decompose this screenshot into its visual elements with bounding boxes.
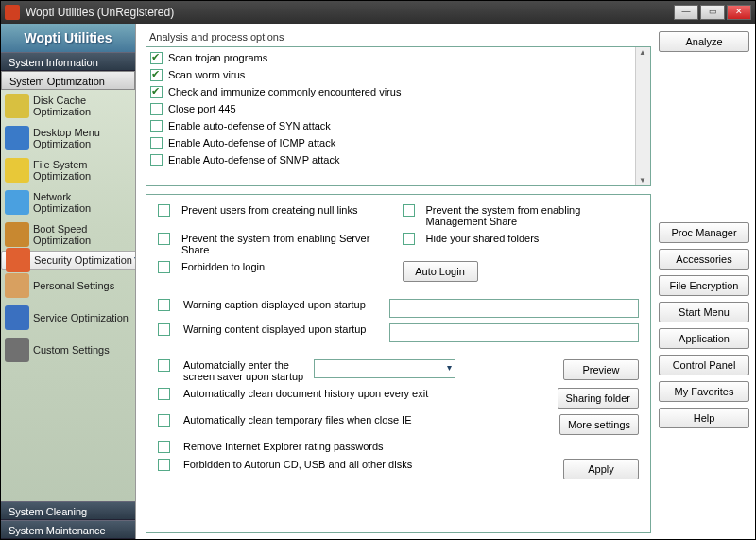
control-panel-button[interactable]: Control Panel	[659, 355, 749, 375]
nav-label: Security Optimization	[34, 254, 132, 266]
sidebar-item-custom-settings[interactable]: Custom Settings	[1, 334, 135, 366]
maximize-button[interactable]: ▭	[700, 5, 725, 20]
sidebar-item-security-optimization[interactable]: Security Optimization	[1, 251, 135, 270]
sidebar-item-file-system-optimization[interactable]: File System Optimization	[1, 154, 135, 186]
scan-options-listbox: Scan trojan programsScan worm virusCheck…	[146, 46, 651, 186]
scan-option-label: Enable auto-defense of SYN attack	[168, 120, 331, 131]
nav-list: Disk Cache OptimizationDesktop Menu Opti…	[1, 90, 135, 501]
scan-option-row[interactable]: Check and immunize commonly encountered …	[150, 83, 631, 100]
chk-prevent-null-links[interactable]	[158, 204, 170, 217]
lbl-remove-ie-passwords: Remove Internet Explorer rating password…	[183, 441, 639, 452]
sidebar-item-desktop-menu-optimization[interactable]: Desktop Menu Optimization	[1, 122, 135, 154]
window-title: Wopti Utilities (UnRegistered)	[26, 6, 674, 19]
nav-label: Network Optimization	[33, 191, 131, 214]
scan-option-row[interactable]: Enable auto-defense of SYN attack	[150, 117, 631, 134]
nav-header-optimization[interactable]: System Optimization	[1, 71, 135, 90]
lbl-prevent-mgmt-share: Prevent the system from enabling Managem…	[426, 204, 640, 227]
scrollbar[interactable]	[635, 47, 650, 185]
lbl-prevent-null-links: Prevent users from createing null links	[181, 204, 357, 216]
client-area: Wopti Utilities System Information Syste…	[1, 24, 755, 539]
my-favorites-button[interactable]: My Favorites	[659, 381, 749, 402]
right-column: Analyze Proc Manager Accessories File En…	[659, 29, 749, 533]
chk-prevent-server-share[interactable]	[158, 233, 170, 245]
accessories-button[interactable]: Accessories	[659, 249, 749, 270]
start-menu-button[interactable]: Start Menu	[659, 302, 749, 322]
scan-option-row[interactable]: Scan worm virus	[150, 66, 631, 83]
application-button[interactable]: Application	[659, 328, 749, 349]
scan-option-checkbox[interactable]	[150, 52, 163, 64]
scan-option-checkbox[interactable]	[150, 86, 163, 98]
scan-options-inner[interactable]: Scan trojan programsScan worm virusCheck…	[146, 47, 635, 185]
titlebar[interactable]: Wopti Utilities (UnRegistered) — ▭ ✕	[1, 1, 755, 24]
nav-label: File System Optimization	[33, 159, 131, 182]
content-area: Analysis and process options Scan trojan…	[136, 24, 755, 539]
nav-label: Disk Cache Optimization	[33, 95, 131, 117]
sharing-folder-button[interactable]: Sharing folder	[558, 388, 640, 409]
chk-auto-screensaver[interactable]	[158, 359, 170, 372]
chk-forbid-login[interactable]	[158, 261, 170, 273]
chk-remove-ie-passwords[interactable]	[158, 441, 170, 453]
preview-button[interactable]: Preview	[563, 359, 639, 380]
scan-option-row[interactable]: Enable Auto-defense of ICMP attack	[150, 134, 631, 151]
chk-hide-shared[interactable]	[403, 233, 415, 245]
nav-header-cleaning[interactable]: System Cleaning	[1, 501, 135, 520]
scan-option-checkbox[interactable]	[150, 137, 163, 149]
scan-option-label: Check and immunize commonly encountered …	[168, 86, 401, 97]
chk-warn-content[interactable]	[158, 323, 170, 336]
lbl-forbid-autorun: Forbidden to Autorun CD, USB and all oth…	[183, 459, 556, 470]
nav-icon	[5, 94, 29, 118]
nav-label: Custom Settings	[33, 344, 110, 356]
scan-option-checkbox[interactable]	[150, 69, 163, 81]
input-warn-caption[interactable]	[389, 299, 639, 318]
scan-option-row[interactable]: Scan trojan programs	[150, 49, 631, 66]
nav-icon	[5, 222, 29, 247]
chk-clean-temp[interactable]	[158, 414, 170, 427]
scan-option-label: Enable Auto-defense of ICMP attack	[168, 137, 335, 148]
scan-option-label: Close port 445	[168, 103, 236, 114]
section-title: Analysis and process options	[146, 29, 651, 46]
analyze-button[interactable]: Analyze	[659, 31, 749, 52]
chk-forbid-autorun[interactable]	[158, 459, 170, 471]
sidebar-item-personal-settings[interactable]: Personal Settings	[1, 270, 135, 302]
nav-label: Personal Settings	[33, 280, 114, 291]
sidebar-item-disk-cache-optimization[interactable]: Disk Cache Optimization	[1, 90, 135, 122]
select-screensaver[interactable]	[314, 359, 455, 378]
nav-label: Boot Speed Optimization	[33, 223, 131, 246]
scan-option-row[interactable]: Enable Auto-defense of SNMP attack	[150, 151, 631, 168]
apply-button[interactable]: Apply	[563, 459, 639, 479]
lbl-auto-screensaver: Automatcially enter the screen saver upo…	[183, 359, 306, 382]
lbl-clean-doc-history: Automatically clean document history upo…	[183, 388, 550, 399]
auto-login-button[interactable]: Auto Login	[403, 261, 478, 282]
proc-manager-button[interactable]: Proc Manager	[659, 222, 749, 243]
lbl-warn-caption: Warning caption displayed upon startup	[183, 299, 382, 310]
spacer	[659, 58, 749, 217]
scan-option-label: Scan worm virus	[168, 69, 245, 80]
nav-icon	[5, 273, 29, 298]
file-encryption-button[interactable]: File Encryption	[659, 275, 749, 296]
lbl-hide-shared: Hide your shared folders	[426, 233, 540, 244]
chk-warn-caption[interactable]	[158, 299, 170, 311]
input-warn-content[interactable]	[389, 323, 639, 342]
sidebar-item-service-optimization[interactable]: Service Optimization	[1, 302, 135, 334]
help-button[interactable]: Help	[659, 408, 749, 428]
nav-header-info[interactable]: System Information	[1, 52, 135, 71]
scan-option-checkbox[interactable]	[150, 154, 163, 166]
sidebar-item-boot-speed-optimization[interactable]: Boot Speed Optimization	[1, 218, 135, 251]
chk-prevent-mgmt-share[interactable]	[403, 204, 415, 217]
scan-option-checkbox[interactable]	[150, 120, 163, 132]
nav-header-maintenance[interactable]: System Maintenance	[1, 520, 135, 539]
nav-icon	[5, 158, 29, 183]
sidebar-item-network-optimization[interactable]: Network Optimization	[1, 186, 135, 218]
more-settings-button[interactable]: More settings	[559, 414, 639, 435]
nav-icon	[6, 248, 30, 272]
scan-option-row[interactable]: Close port 445	[150, 100, 631, 117]
nav-icon	[5, 338, 29, 362]
minimize-button[interactable]: —	[674, 5, 698, 20]
chk-clean-doc-history[interactable]	[158, 388, 170, 400]
scan-option-checkbox[interactable]	[150, 103, 163, 115]
nav-label: Desktop Menu Optimization	[33, 127, 131, 149]
lbl-warn-content: Warning content displayed upon startup	[183, 323, 382, 335]
brand-label: Wopti Utilities	[1, 24, 135, 52]
close-button[interactable]: ✕	[727, 5, 751, 20]
nav-icon	[5, 190, 29, 215]
